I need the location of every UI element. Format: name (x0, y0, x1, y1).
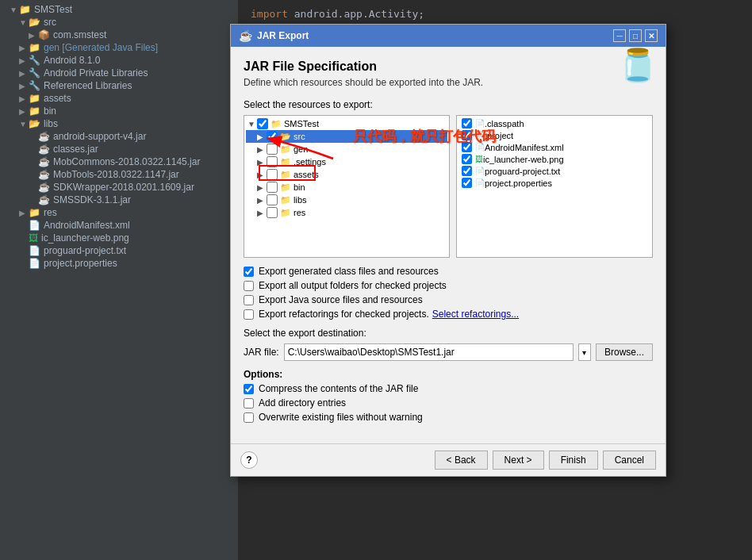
sidebar-item-android-private[interactable]: ▶ 🔧 Android Private Libraries (0, 67, 238, 79)
sidebar-item-proguard[interactable]: 📄 proguard-project.txt (0, 244, 238, 257)
select-refactorings-link[interactable]: Select refactorings... (432, 309, 519, 320)
tree-check-bin[interactable] (267, 182, 278, 193)
label-directory: Add directory entries (259, 397, 346, 408)
tree-arrow-smstest: ▼ (247, 120, 257, 128)
proguard-icon-right: 📄 (475, 167, 485, 175)
folder-icon-assets: 📁 (29, 93, 40, 104)
check-row-directory[interactable]: Add directory entries (244, 397, 653, 408)
help-button[interactable]: ? (240, 451, 258, 469)
tree-item-smstest[interactable]: ▼ 📁 SMSTest (246, 117, 447, 130)
checkbox-java-source[interactable] (244, 295, 254, 305)
tree-item-bin-t[interactable]: ▶ 📁 bin (246, 181, 447, 194)
folder-icon-gen: 📁 (29, 42, 40, 53)
minimize-button[interactable]: ─ (613, 29, 626, 42)
check-row-refactorings[interactable]: Export refactorings for checked projects… (244, 309, 653, 320)
expand-arrow-libs: ▼ (19, 120, 29, 128)
tree-item-res-t[interactable]: ▶ 📁 res (246, 206, 447, 219)
label-class-files: Export generated class files and resourc… (259, 266, 439, 277)
sidebar-item-project-props[interactable]: 📄 project.properties (0, 257, 238, 270)
tree-check-smstest[interactable] (257, 118, 268, 129)
checkbox-compress[interactable] (244, 384, 254, 394)
sidebar-item-support-jar[interactable]: ☕ android-support-v4.jar (0, 130, 238, 143)
tree-check-gen[interactable] (267, 144, 278, 155)
check-project-props[interactable] (462, 178, 472, 188)
tree-label-smstest: SMSTest (284, 119, 319, 128)
classpath-icon: 📄 (475, 119, 485, 128)
check-row-compress[interactable]: Compress the contents of the JAR file (244, 383, 653, 394)
jar-icon-mobtools: ☕ (38, 169, 50, 180)
sidebar-item-assets[interactable]: ▶ 📁 assets (0, 92, 238, 105)
tree-arrow-bin: ▶ (257, 183, 267, 192)
titlebar-controls[interactable]: ─ □ ✕ (613, 29, 658, 42)
sidebar-item-bin[interactable]: ▶ 📁 bin (0, 105, 238, 117)
checkbox-output-folders[interactable] (244, 281, 254, 291)
sidebar-item-classes-jar[interactable]: ☕ classes.jar (0, 143, 238, 155)
tree-project-icon: 📁 (270, 119, 282, 129)
sidebar-item-res[interactable]: ▶ 📁 res (0, 206, 238, 219)
sidebar-item-android810[interactable]: ▶ 🔧 Android 8.1.0 (0, 54, 238, 67)
check-manifest[interactable] (462, 142, 472, 152)
sidebar-item-mobtools-jar[interactable]: ☕ MobTools-2018.0322.1147.jar (0, 168, 238, 181)
tree-check-libs[interactable] (267, 194, 278, 205)
tree-arrow-src: ▶ (257, 132, 267, 141)
checkbox-class-files[interactable] (244, 267, 254, 277)
sidebar-item-com-smstest[interactable]: ▶ 📦 com.smstest (0, 29, 238, 41)
tree-item-assets-t[interactable]: ▶ 📁 assets (246, 168, 447, 181)
check-row-class-files[interactable]: Export generated class files and resourc… (244, 266, 653, 277)
jar-file-dropdown[interactable]: ▾ (578, 343, 591, 361)
sidebar-item-sdkwrapper-jar[interactable]: ☕ SDKWrapper-2018.0201.1609.jar (0, 181, 238, 194)
sidebar-item-gen[interactable]: ▶ 📁 gen [Generated Java Files] (0, 41, 238, 54)
check-launcher[interactable] (462, 154, 472, 164)
cancel-button[interactable]: Cancel (603, 451, 656, 470)
label-proguard-right: proguard-project.txt (485, 167, 560, 176)
dialog-body: 🫙 JAR File Specification Define which re… (231, 47, 666, 443)
resource-tree-right[interactable]: 📄 .classpath 📄 .project 📄 AndroidManifes… (456, 115, 653, 258)
checkbox-directory[interactable] (244, 398, 254, 408)
maximize-button[interactable]: □ (629, 29, 642, 42)
check-classpath[interactable] (462, 118, 472, 128)
tree-check-res[interactable] (267, 207, 278, 218)
sidebar-item-smstest[interactable]: ▼ 📁 SMSTest (0, 3, 238, 16)
right-tree-classpath[interactable]: 📄 .classpath (458, 117, 650, 129)
checkbox-refactorings[interactable] (244, 309, 254, 320)
check-row-java-source[interactable]: Export Java source files and resources (244, 294, 653, 305)
jar-file-input[interactable] (284, 343, 574, 361)
check-project[interactable] (462, 130, 472, 140)
tree-item-libs-t[interactable]: ▶ 📁 libs (246, 194, 447, 206)
tree-item-src[interactable]: ▶ 📂 src (246, 130, 447, 143)
right-tree-project[interactable]: 📄 .project (458, 129, 650, 141)
sidebar-item-ic-launcher[interactable]: 🖼 ic_launcher-web.png (0, 232, 238, 244)
tree-check-assets[interactable] (267, 169, 278, 180)
footer-buttons: < Back Next > Finish Cancel (435, 451, 656, 470)
close-button[interactable]: ✕ (645, 29, 658, 42)
tree-item-gen[interactable]: ▶ 📁 gen (246, 143, 447, 155)
resource-tree-left[interactable]: ▼ 📁 SMSTest ▶ 📂 src ▶ 📁 gen (244, 115, 450, 258)
sidebar-label-proguard: proguard-project.txt (44, 245, 126, 256)
right-tree-launcher[interactable]: 🖼 ic_launcher-web.png (458, 153, 650, 165)
sidebar-item-src[interactable]: ▼ 📂 src (0, 16, 238, 29)
checkbox-overwrite[interactable] (244, 412, 254, 423)
sidebar-item-libs[interactable]: ▼ 📂 libs (0, 117, 238, 130)
tree-item-settings[interactable]: ▶ 📁 .settings (246, 155, 447, 168)
tree-check-settings[interactable] (267, 156, 278, 167)
next-button[interactable]: Next > (493, 451, 544, 470)
check-row-overwrite[interactable]: Overwrite existing files without warning (244, 412, 653, 423)
finish-button[interactable]: Finish (549, 451, 598, 470)
browse-button[interactable]: Browse... (596, 343, 653, 361)
check-row-output-folders[interactable]: Export all output folders for checked pr… (244, 280, 653, 291)
right-tree-proguard[interactable]: 📄 proguard-project.txt (458, 165, 650, 177)
dialog-footer: ? < Back Next > Finish Cancel (231, 443, 666, 476)
jar-file-label: JAR file: (244, 347, 279, 358)
sidebar-item-mobcommons-jar[interactable]: ☕ MobCommons-2018.0322.1145.jar (0, 155, 238, 168)
sidebar-item-smssdk-jar[interactable]: ☕ SMSSDK-3.1.1.jar (0, 194, 238, 206)
destination-section: Select the export destination: JAR file:… (244, 328, 653, 361)
back-button[interactable]: < Back (435, 451, 488, 470)
right-tree-project-props[interactable]: 📄 project.properties (458, 177, 650, 189)
tree-icon-libs: 📁 (280, 195, 291, 205)
tree-check-src[interactable] (267, 131, 278, 142)
right-tree-manifest[interactable]: 📄 AndroidManifest.xml (458, 141, 650, 153)
sidebar-item-referenced[interactable]: ▶ 🔧 Referenced Libraries (0, 79, 238, 92)
label-project: .project (485, 131, 513, 140)
check-proguard[interactable] (462, 166, 472, 176)
sidebar-item-manifest[interactable]: 📄 AndroidManifest.xml (0, 219, 238, 232)
